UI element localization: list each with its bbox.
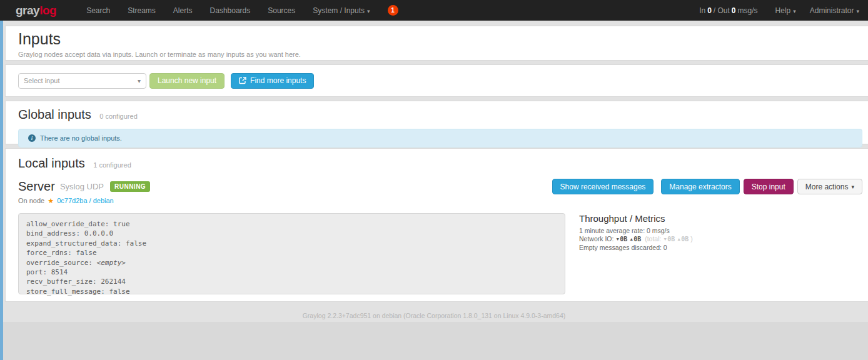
node-prefix: On node xyxy=(18,197,44,204)
network-total-up-value: 0B xyxy=(681,236,689,242)
total-open: (total: xyxy=(645,235,661,242)
nav-item-alerts[interactable]: Alerts xyxy=(164,6,201,15)
nav-item-system-inputs[interactable]: System / Inputs▾ xyxy=(304,6,378,15)
chevron-down-icon: ▾ xyxy=(367,8,370,14)
attr-value: 0.0.0.0 xyxy=(84,229,113,238)
status-badge: RUNNING xyxy=(110,181,150,192)
nav-item-sources[interactable]: Sources xyxy=(259,6,304,15)
nav-item-streams[interactable]: Streams xyxy=(119,6,164,15)
attr-value: false xyxy=(109,288,129,296)
more-actions-button[interactable]: More actions ▾ xyxy=(797,179,862,194)
page-title: Inputs xyxy=(18,31,862,48)
attr-key: override_source: xyxy=(26,259,93,267)
launch-new-input-button[interactable]: Launch new input xyxy=(149,73,225,89)
logo-text-gray: gray xyxy=(16,4,39,17)
manage-extractors-button[interactable]: Manage extractors xyxy=(661,179,739,194)
input-launcher-row: Select input ▾ Launch new input Find mor… xyxy=(5,64,868,97)
metric-discarded-line: Empty messages discarded: 0 xyxy=(579,244,693,251)
navbar-right: In0/ Out0msg/s Help▾ Administrator▾ xyxy=(699,6,859,15)
help-menu[interactable]: Help▾ xyxy=(775,6,796,15)
input-body: allow_override_date:true bind_address:0.… xyxy=(18,213,862,294)
local-inputs-count: 1 configured xyxy=(93,161,131,169)
page-header-row: Inputs Graylog nodes accept data via inp… xyxy=(5,26,868,61)
user-menu[interactable]: Administrator▾ xyxy=(810,6,859,15)
more-actions-label: More actions xyxy=(805,182,849,191)
attr-key: port: xyxy=(26,268,47,276)
chevron-down-icon: ▾ xyxy=(851,184,854,190)
attr-value: 262144 xyxy=(101,278,126,286)
local-inputs-title: Local inputs xyxy=(18,156,85,170)
attr-key: expand_structured_data: xyxy=(26,239,121,248)
chevron-down-icon: ▾ xyxy=(793,8,796,14)
attr-key: store_full_message: xyxy=(26,288,105,296)
attr-key: bind_address: xyxy=(26,229,80,238)
input-type: Syslog UDP xyxy=(60,182,104,191)
node-link[interactable]: 0c77d2ba / debian xyxy=(57,197,114,204)
attr-value: true xyxy=(113,220,130,228)
global-inputs-count: 0 configured xyxy=(99,112,138,120)
input-type-select[interactable]: Select input ▾ xyxy=(18,73,146,89)
input-attribute: expand_structured_data:false xyxy=(26,239,557,248)
input-attributes-well: allow_override_date:true bind_address:0.… xyxy=(18,213,565,294)
out-label: / Out xyxy=(714,6,730,15)
network-io-label: Network IO: xyxy=(579,235,613,242)
left-scroll-strip[interactable] xyxy=(0,21,3,360)
network-up-value: 0B xyxy=(633,236,641,242)
metric-rate-line: 1 minute average rate: 0 msg/s xyxy=(579,227,693,234)
logo-text-log: log xyxy=(39,4,56,17)
network-total-down-value: 0B xyxy=(667,236,675,242)
star-icon: ★ xyxy=(48,197,54,204)
attr-value: 8514 xyxy=(51,268,68,276)
attr-key: allow_override_date: xyxy=(26,220,109,228)
metrics-title: Throughput / Metrics xyxy=(579,213,693,224)
throughput-metrics: Throughput / Metrics 1 minute average ra… xyxy=(579,213,693,294)
input-attribute: force_rdns:false xyxy=(26,248,557,258)
total-close: ) xyxy=(690,235,693,242)
chevron-down-icon: ▾ xyxy=(138,78,141,84)
input-name: Server xyxy=(18,179,55,194)
find-more-inputs-label: Find more inputs xyxy=(250,76,306,85)
footer: Graylog 2.2.3+7adc951 on debian (Oracle … xyxy=(0,302,868,323)
attr-value: false xyxy=(76,249,96,257)
help-label: Help xyxy=(775,6,791,15)
show-received-messages-button[interactable]: Show received messages xyxy=(552,179,654,194)
nav-item-dashboards[interactable]: Dashboards xyxy=(201,6,260,15)
in-value: 0 xyxy=(705,6,714,15)
system-inputs-label: System / Inputs xyxy=(313,6,365,15)
input-action-buttons: Show received messages Manage extractors… xyxy=(552,179,862,194)
nav-item-search[interactable]: Search xyxy=(78,6,119,15)
page-description: Graylog nodes accept data via inputs. La… xyxy=(18,51,862,58)
graylog-logo[interactable]: graylog xyxy=(16,4,56,18)
no-global-inputs-alert: i There are no global inputs. xyxy=(18,129,862,148)
input-attribute: bind_address:0.0.0.0 xyxy=(26,229,557,238)
info-icon: i xyxy=(28,134,36,142)
input-attribute: override_source:<empty> xyxy=(26,258,557,268)
out-value: 0 xyxy=(730,6,738,15)
top-navbar: graylog Search Streams Alerts Dashboards… xyxy=(0,0,868,21)
network-total: (total: ▼0B ▲0B ) xyxy=(645,235,693,242)
metric-network-line: Network IO: ▼0B ▲0B (total: ▼0B ▲0B ) xyxy=(579,235,693,243)
in-label: In xyxy=(699,6,705,15)
find-more-inputs-button[interactable]: Find more inputs xyxy=(231,73,314,89)
external-link-icon xyxy=(239,77,246,84)
page-bottom-area xyxy=(0,323,868,360)
select-placeholder: Select input xyxy=(24,77,138,84)
throughput-unit: msg/s xyxy=(738,6,758,15)
attr-value: <empty> xyxy=(97,259,126,267)
input-header: Server Syslog UDP RUNNING Show received … xyxy=(18,179,862,194)
attr-value: false xyxy=(126,239,146,248)
local-inputs-section: Local inputs 1 configured Server Syslog … xyxy=(5,148,868,302)
throughput-indicator[interactable]: In0/ Out0msg/s xyxy=(699,6,757,15)
stop-input-button[interactable]: Stop input xyxy=(744,179,794,194)
attr-key: force_rdns: xyxy=(26,249,72,257)
input-attribute: recv_buffer_size:262144 xyxy=(26,277,557,286)
chevron-down-icon: ▾ xyxy=(856,8,859,14)
input-attribute: port:8514 xyxy=(26,268,557,277)
footer-version-text: Graylog 2.2.3+7adc951 on debian (Oracle … xyxy=(303,312,566,319)
no-global-inputs-message: There are no global inputs. xyxy=(40,134,122,142)
notification-badge[interactable]: 1 xyxy=(388,5,398,16)
network-down-value: 0B xyxy=(620,236,627,242)
global-inputs-section: Global inputs 0 configured i There are n… xyxy=(5,101,868,144)
main-navigation: Search Streams Alerts Dashboards Sources… xyxy=(78,5,398,16)
input-attribute: allow_override_date:true xyxy=(26,219,557,229)
